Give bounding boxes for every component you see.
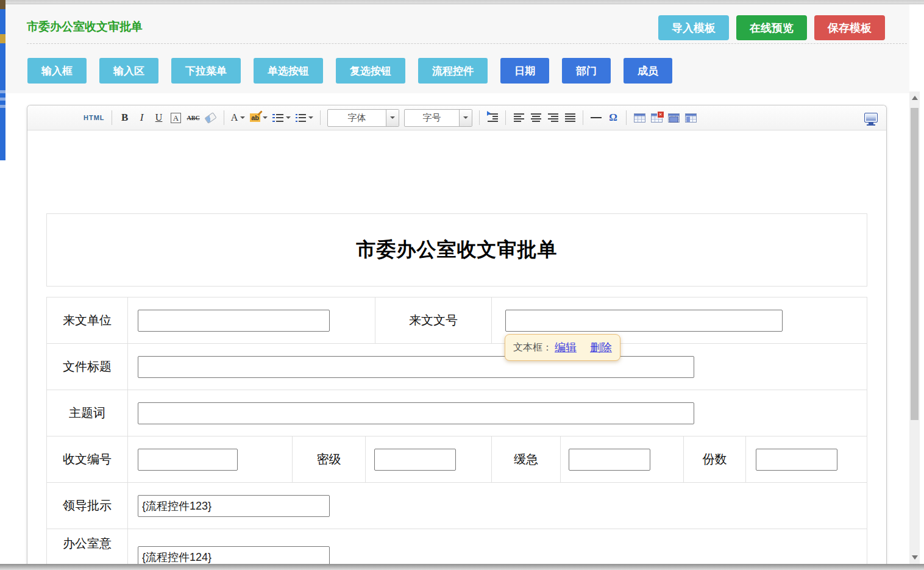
table-icon bbox=[634, 113, 645, 123]
source-unit-label: 来文单位 bbox=[47, 297, 128, 343]
form-table: 来文单位 来文文号 文件标题 主题词 bbox=[46, 297, 867, 570]
leader-remarks-flow-control[interactable] bbox=[138, 495, 330, 517]
toolbar-separator bbox=[505, 110, 506, 125]
source-unit-cell bbox=[128, 297, 375, 343]
add-date-button[interactable]: 日期 bbox=[500, 58, 549, 84]
online-preview-button[interactable]: 在线预览 bbox=[736, 15, 807, 40]
insert-table-button[interactable] bbox=[633, 109, 645, 126]
font-color-button[interactable]: A bbox=[231, 109, 246, 126]
chevron-down-icon bbox=[286, 116, 291, 119]
unordered-list-button[interactable] bbox=[296, 109, 313, 126]
page-header: 市委办公室收文审批单 导入模板 在线预览 保存模板 输入框 输入区 下拉菜单 单… bbox=[5, 4, 909, 93]
eraser-button[interactable] bbox=[205, 109, 217, 126]
editor-document-area[interactable]: 市委办公室收文审批单 来文单位 来文文号 文件标题 bbox=[27, 130, 886, 570]
delete-link[interactable]: 删除 bbox=[590, 340, 612, 355]
chevron-down-icon bbox=[240, 116, 245, 119]
keywords-cell bbox=[128, 390, 867, 436]
add-department-button[interactable]: 部门 bbox=[562, 58, 611, 84]
background-window-edge bbox=[0, 0, 5, 160]
textbox-context-tooltip: 文本框： 编辑 删除 bbox=[505, 334, 620, 361]
security-level-label: 密级 bbox=[293, 436, 366, 482]
form-title-cell: 市委办公室收文审批单 bbox=[46, 213, 867, 287]
doc-number-input[interactable] bbox=[505, 310, 783, 332]
toolbar-separator bbox=[626, 110, 627, 125]
tooltip-label: 文本框： bbox=[513, 341, 552, 354]
import-template-button[interactable]: 导入模板 bbox=[658, 15, 729, 40]
html-source-button[interactable]: HTML bbox=[84, 109, 105, 126]
chevron-down-icon bbox=[308, 116, 313, 119]
copies-input[interactable] bbox=[756, 449, 837, 471]
scroll-down-arrow-icon[interactable] bbox=[912, 555, 918, 560]
table-row-leader-remarks: 领导批示 bbox=[47, 483, 867, 529]
vertical-scrollbar[interactable] bbox=[909, 91, 920, 564]
urgency-label: 缓急 bbox=[492, 436, 561, 482]
italic-button[interactable]: I bbox=[136, 109, 148, 126]
leader-remarks-cell bbox=[128, 483, 867, 529]
delete-table-icon bbox=[651, 113, 663, 123]
align-justify-button[interactable] bbox=[564, 109, 576, 126]
add-member-button[interactable]: 成员 bbox=[624, 58, 672, 84]
urgency-input[interactable] bbox=[569, 449, 650, 471]
add-textarea-button[interactable]: 输入区 bbox=[99, 58, 158, 84]
header-divider bbox=[27, 43, 907, 44]
align-justify-icon bbox=[565, 113, 575, 122]
cell-properties-button[interactable] bbox=[667, 109, 680, 126]
editor-toolbar: HTML B I U A ABC A bbox=[27, 105, 886, 130]
source-unit-input[interactable] bbox=[138, 310, 330, 332]
toolbar-separator bbox=[320, 110, 321, 125]
security-level-input[interactable] bbox=[374, 449, 456, 471]
keywords-input[interactable] bbox=[138, 402, 694, 424]
align-center-button[interactable] bbox=[530, 109, 542, 126]
horizontal-rule-button[interactable] bbox=[590, 109, 602, 126]
align-left-button[interactable] bbox=[513, 109, 525, 126]
scroll-up-arrow-icon[interactable] bbox=[912, 96, 918, 100]
cell-properties-icon bbox=[668, 113, 680, 123]
background-window-fragment bbox=[0, 105, 5, 108]
align-right-icon bbox=[548, 113, 558, 122]
add-radio-button[interactable]: 单选按钮 bbox=[254, 58, 323, 84]
urgency-cell bbox=[561, 436, 684, 482]
highlight-color-button[interactable]: ab bbox=[250, 109, 268, 126]
chevron-down-icon bbox=[263, 116, 268, 119]
form-title: 市委办公室收文审批单 bbox=[357, 237, 558, 263]
add-dropdown-button[interactable]: 下拉菜单 bbox=[171, 58, 241, 84]
security-level-cell bbox=[366, 436, 492, 482]
indent-button[interactable] bbox=[486, 109, 499, 126]
strikethrough-button[interactable]: ABC bbox=[187, 109, 200, 126]
delete-table-button[interactable] bbox=[650, 109, 663, 126]
underline-button[interactable]: U bbox=[153, 109, 165, 126]
page-title: 市委办公室收文审批单 bbox=[27, 19, 143, 35]
add-flow-control-button[interactable]: 流程控件 bbox=[418, 58, 488, 84]
add-checkbox-button[interactable]: 复选按钮 bbox=[336, 58, 405, 84]
keywords-label: 主题词 bbox=[47, 390, 128, 436]
table-row-numbers: 收文编号 密级 缓急 份数 bbox=[47, 436, 867, 483]
add-input-box-button[interactable]: 输入框 bbox=[27, 58, 87, 84]
bold-button[interactable]: B bbox=[119, 109, 131, 126]
fullscreen-button[interactable] bbox=[864, 109, 880, 126]
toolbar-separator bbox=[583, 110, 583, 125]
scrollbar-thumb[interactable] bbox=[911, 108, 919, 420]
ordered-list-icon bbox=[272, 114, 283, 122]
font-size-select[interactable]: 字号 bbox=[404, 109, 472, 127]
doc-number-label: 来文文号 bbox=[375, 297, 492, 343]
table-row-doc-title: 文件标题 bbox=[47, 344, 867, 390]
font-family-select[interactable]: 字体 bbox=[327, 109, 399, 127]
save-template-button[interactable]: 保存模板 bbox=[814, 15, 885, 40]
special-char-button[interactable]: Ω bbox=[607, 109, 619, 126]
edit-link[interactable]: 编辑 bbox=[555, 340, 577, 355]
font-style-button[interactable]: A bbox=[170, 109, 182, 126]
row-properties-button[interactable] bbox=[684, 109, 697, 126]
window-top-edge bbox=[0, 0, 924, 4]
table-row-keywords: 主题词 bbox=[47, 390, 867, 436]
receipt-number-input[interactable] bbox=[138, 449, 238, 471]
window-bottom-edge bbox=[0, 564, 924, 570]
align-center-icon bbox=[531, 113, 541, 122]
ordered-list-button[interactable] bbox=[272, 109, 291, 126]
background-window-fragment bbox=[0, 90, 5, 93]
receipt-number-cell bbox=[128, 436, 293, 482]
richtext-editor: HTML B I U A ABC A bbox=[27, 105, 887, 570]
unordered-list-icon bbox=[296, 114, 306, 122]
align-right-button[interactable] bbox=[547, 109, 559, 126]
background-window-fragment bbox=[0, 0, 5, 9]
highlight-icon: ab bbox=[250, 113, 260, 122]
